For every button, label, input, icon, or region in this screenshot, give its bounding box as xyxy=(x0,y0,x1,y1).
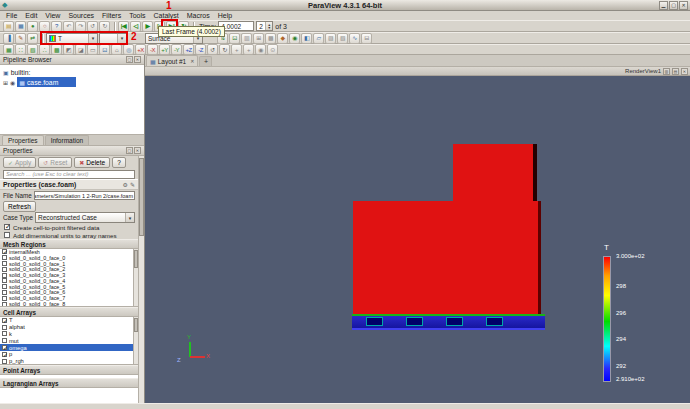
show-center-axes-button[interactable]: + xyxy=(243,44,254,55)
checkbox-icon[interactable] xyxy=(2,296,7,301)
reset-camera-button[interactable]: ⌂ xyxy=(111,44,122,55)
list-item[interactable]: solid_0_solid_0_face_8 xyxy=(0,301,138,307)
pipeline-item-selected[interactable]: ▦ case.foam xyxy=(17,77,76,87)
stream-tracer-button[interactable]: ∿ xyxy=(349,33,360,44)
select-cells-through-button[interactable]: ▧ xyxy=(27,44,38,55)
first-frame-button[interactable]: |◀ xyxy=(118,21,129,32)
disconnect-button[interactable]: ○ xyxy=(39,21,50,32)
component-dropdown[interactable]: ▾ xyxy=(99,33,127,44)
checkbox-icon[interactable] xyxy=(2,273,7,278)
checkbox-icon[interactable] xyxy=(2,318,7,323)
menu-tools[interactable]: Tools xyxy=(125,12,149,19)
interactive-select-points-button[interactable]: ◪ xyxy=(75,44,86,55)
checkbox-icon[interactable] xyxy=(4,232,10,238)
tab-layout-1[interactable]: ▦ Layout #1 ✕ xyxy=(146,55,198,66)
checkbox-icon[interactable] xyxy=(2,359,7,364)
interactive-select-cells-button[interactable]: ◩ xyxy=(63,44,74,55)
refresh-button[interactable]: Refresh xyxy=(3,201,36,212)
split-horizontal-icon[interactable]: ▥ xyxy=(663,68,670,75)
view-z-plus-button[interactable]: +Z xyxy=(183,44,194,55)
reset-button[interactable]: ↺ Reset xyxy=(38,157,72,168)
zoom-to-data-button[interactable]: ◎ xyxy=(123,44,134,55)
previous-frame-button[interactable]: ◁ xyxy=(130,21,141,32)
rescale-range-button[interactable]: ⇄ xyxy=(27,33,38,44)
properties-scrollbar[interactable] xyxy=(138,156,144,403)
color-by-dropdown[interactable]: T ▾ xyxy=(46,33,98,44)
menu-help[interactable]: Help xyxy=(214,12,236,19)
rotate-ccw-button[interactable]: ↺ xyxy=(207,44,218,55)
save-data-button[interactable]: ▦ xyxy=(15,21,26,32)
contour-filter-button[interactable]: ◉ xyxy=(289,33,300,44)
menu-filters[interactable]: Filters xyxy=(98,12,125,19)
float-dock-icon[interactable]: ▢ xyxy=(126,147,133,154)
clip-filter-button[interactable]: ◧ xyxy=(301,33,312,44)
maximize-icon[interactable]: ▢ xyxy=(669,1,678,10)
expander-icon[interactable]: ⊞ xyxy=(3,79,8,86)
menu-macros[interactable]: Macros xyxy=(183,12,214,19)
glyph-filter-button[interactable]: ◆ xyxy=(277,33,288,44)
list-item[interactable]: k xyxy=(0,331,138,338)
checkbox-icon[interactable] xyxy=(2,284,7,289)
list-item[interactable]: p xyxy=(0,351,138,358)
calculator-button[interactable]: ⊟ xyxy=(361,33,372,44)
apply-button[interactable]: ✓ Apply xyxy=(3,157,36,168)
scrollbar-thumb[interactable] xyxy=(139,158,144,236)
connect-button[interactable]: ● xyxy=(27,21,38,32)
camera-redo-button[interactable]: ↻ xyxy=(99,21,110,32)
checkbox-icon[interactable] xyxy=(2,302,7,307)
redo-button[interactable]: ↷ xyxy=(75,21,86,32)
view-y-plus-button[interactable]: +Y xyxy=(159,44,170,55)
close-tab-icon[interactable]: ✕ xyxy=(190,58,194,64)
select-points-through-button[interactable]: ∴ xyxy=(39,44,50,55)
close-view-icon[interactable]: ✕ xyxy=(681,68,688,75)
pipeline-item-builtin[interactable]: ▣ builtin: xyxy=(0,67,144,77)
render-viewport[interactable]: T 3.000e+02 298296294292 2.910e+02 Y X Z xyxy=(145,76,690,403)
checkbox-icon[interactable] xyxy=(2,249,7,254)
tab-properties[interactable]: Properties xyxy=(2,135,44,145)
threshold-filter-button[interactable]: ▨ xyxy=(325,33,336,44)
slice-filter-button[interactable]: ▱ xyxy=(313,33,324,44)
show-axes-button[interactable]: ⊞ xyxy=(253,33,264,44)
pick-center-button[interactable]: ◉ xyxy=(255,44,266,55)
view-y-minus-button[interactable]: -Y xyxy=(171,44,182,55)
list-item[interactable]: p_rgh xyxy=(0,358,138,365)
view-x-plus-button[interactable]: +X xyxy=(135,44,146,55)
gear-icon[interactable]: ⚙ xyxy=(123,181,128,188)
help-button[interactable]: ? xyxy=(51,21,62,32)
open-file-button[interactable]: ▤ xyxy=(3,21,14,32)
reset-center-button[interactable]: ⊙ xyxy=(267,44,278,55)
spinner-arrows-icon[interactable]: ▴ ▾ xyxy=(265,22,272,30)
close-dock-icon[interactable]: ✕ xyxy=(134,56,141,63)
undo-button[interactable]: ↶ xyxy=(63,21,74,32)
select-points-on-surface-button[interactable]: ∷ xyxy=(15,44,26,55)
visibility-eye-icon[interactable]: ◉ xyxy=(10,79,15,86)
list-item[interactable]: alphat xyxy=(0,324,138,331)
select-cells-on-surface-button[interactable]: ▦ xyxy=(3,44,14,55)
split-vertical-icon[interactable]: ▤ xyxy=(672,68,679,75)
menu-edit[interactable]: Edit xyxy=(21,12,41,19)
edit-icon[interactable]: ✎ xyxy=(130,181,135,188)
choose-preset-button[interactable]: ▥ xyxy=(241,33,252,44)
case-type-dropdown[interactable]: Reconstructed Case ▾ xyxy=(35,212,135,223)
pipeline-item-case-foam[interactable]: ⊞ ◉ ▦ case.foam xyxy=(0,77,144,87)
delete-button[interactable]: ✖ Delete xyxy=(74,157,110,168)
checkbox-icon[interactable] xyxy=(2,261,7,266)
add-tab-button[interactable]: + xyxy=(199,56,212,66)
checkbox-icon[interactable] xyxy=(4,224,10,230)
show-orientation-axes-button[interactable]: + xyxy=(231,44,242,55)
float-dock-icon[interactable]: ▢ xyxy=(126,56,133,63)
option-checkbox[interactable]: Add dimensional units to array names xyxy=(0,231,138,239)
camera-undo-button[interactable]: ↺ xyxy=(87,21,98,32)
hover-cells-button[interactable]: ▭ xyxy=(87,44,98,55)
option-checkbox[interactable]: Create cell-to-point filtered data xyxy=(0,223,138,231)
rotate-cw-button[interactable]: ↻ xyxy=(219,44,230,55)
spin-down-icon[interactable]: ▾ xyxy=(268,26,270,29)
menu-file[interactable]: File xyxy=(2,12,21,19)
rescale-temporal-button[interactable]: ⊡ xyxy=(229,33,240,44)
frame-spinner[interactable]: 2 ▴ ▾ xyxy=(256,21,273,31)
menu-catalyst[interactable]: Catalyst xyxy=(149,12,182,19)
edit-legend-button[interactable]: ▩ xyxy=(265,33,276,44)
list-item[interactable]: mut xyxy=(0,337,138,344)
file-name-input[interactable]: arameters/Simulation 1 2-Run 2/case.foam xyxy=(34,191,135,200)
zoom-to-box-button[interactable]: ⊡ xyxy=(99,44,110,55)
